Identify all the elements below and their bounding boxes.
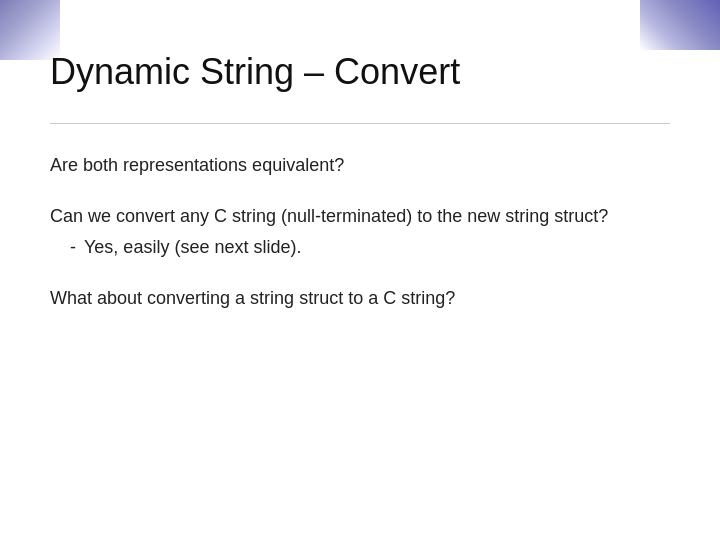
can-we-block: Can we convert any C string (null-termin… <box>50 203 670 261</box>
bullet-dash: - <box>70 234 76 261</box>
question-2: What about converting a string struct to… <box>50 285 670 312</box>
slide-content: Dynamic String – Convert Are both repres… <box>50 50 670 510</box>
slide-title: Dynamic String – Convert <box>50 50 670 93</box>
title-divider <box>50 123 670 124</box>
corner-decoration-top-right <box>640 0 720 50</box>
slide-body: Are both representations equivalent? Can… <box>50 152 670 312</box>
bullet-item-yes: - Yes, easily (see next slide). <box>50 234 670 261</box>
bullet-text: Yes, easily (see next slide). <box>84 234 301 261</box>
question-1: Are both representations equivalent? <box>50 152 670 179</box>
can-we-text: Can we convert any C string (null-termin… <box>50 203 670 230</box>
